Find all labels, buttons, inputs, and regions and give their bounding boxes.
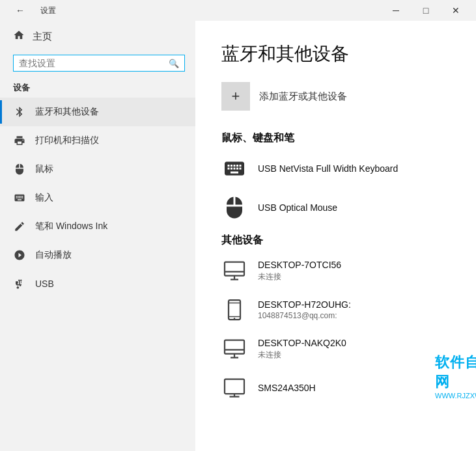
keyboard-device-icon [221,156,247,182]
device-row-desktop3: DESKTOP-NAKQ2K0 未连接 [221,336,450,362]
sidebar-item-pen[interactable]: 笔和 Windows Ink [0,212,195,241]
desktop1-icon [221,258,247,284]
desktop1-name: DESKTOP-7OTCI56 [258,260,341,270]
sidebar-item-usb-label: USB [35,279,54,289]
sidebar-item-mouse[interactable]: 鼠标 [0,155,195,184]
sidebar-item-autoplay-label: 自动播放 [35,249,72,261]
autoplay-icon [13,249,26,261]
plus-icon: + [232,88,240,105]
desktop3-name: DESKTOP-NAKQ2K0 [258,338,346,348]
desktop3-icon [221,336,247,362]
main-layout: 主页 🔍 设备 蓝牙和其他设备 打印机和扫描仪 [0,21,476,451]
add-device-button[interactable]: + 添加蓝牙或其他设备 [221,82,347,111]
desktop2-status: 1048874513@qq.com: [258,311,351,320]
pen-icon [13,221,26,232]
device-row-mouse: USB Optical Mouse [221,195,450,221]
device-row-desktop1: DESKTOP-7OTCI56 未连接 [221,258,450,284]
page-title: 蓝牙和其他设备 [221,42,450,66]
mouse-icon [13,163,26,175]
back-button[interactable]: ← [5,0,35,21]
keyboard-icon [13,192,26,204]
sms-info: SMS24A350H [258,383,316,393]
desktop1-info: DESKTOP-7OTCI56 未连接 [258,260,341,282]
desktop2-name: DESKTOP-H72OUHG: [258,299,351,310]
close-button[interactable]: ✕ [441,0,471,21]
sidebar-item-pen-label: 笔和 Windows Ink [35,221,107,232]
search-box[interactable]: 🔍 [13,55,185,72]
section-other-devices: 其他设备 [221,234,450,247]
device-row-desktop2: DESKTOP-H72OUHG: 1048874513@qq.com: [221,297,450,323]
sidebar-item-usb[interactable]: USB [0,269,195,298]
sidebar-item-mouse-label: 鼠标 [35,163,53,175]
sidebar-item-printer[interactable]: 打印机和扫描仪 [0,126,195,155]
home-icon [13,29,25,44]
sidebar-item-printer-label: 打印机和扫描仪 [35,135,99,146]
sidebar-item-bluetooth[interactable]: 蓝牙和其他设备 [0,98,195,126]
svg-rect-0 [225,262,244,276]
sidebar-home-label: 主页 [33,31,52,43]
usb-icon [13,278,26,290]
minimize-button[interactable]: ─ [381,0,411,21]
printer-icon [13,135,26,146]
device-row-keyboard: USB NetVista Full Width Keyboard [221,156,450,182]
keyboard-device-name: USB NetVista Full Width Keyboard [258,163,398,174]
sidebar-item-input-label: 输入 [35,192,53,204]
titlebar-left: ← 设置 [5,0,56,21]
sidebar-item-input[interactable]: 输入 [0,184,195,212]
desktop2-icon [221,297,247,323]
desktop3-info: DESKTOP-NAKQ2K0 未连接 [258,338,346,361]
titlebar-controls: ─ □ ✕ [381,0,471,21]
search-input[interactable] [19,58,169,68]
titlebar: ← 设置 ─ □ ✕ [0,0,476,21]
sidebar-item-bluetooth-label: 蓝牙和其他设备 [35,106,99,118]
mouse-device-icon [221,195,247,221]
add-device-label: 添加蓝牙或其他设备 [259,90,347,103]
titlebar-title: 设置 [40,5,56,16]
device-row-sms: SMS24A350H [221,375,450,401]
bluetooth-icon [13,106,26,118]
svg-rect-12 [225,379,244,394]
desktop1-status: 未连接 [258,271,341,282]
maximize-button[interactable]: □ [411,0,441,21]
add-device-icon: + [221,82,250,111]
mouse-device-name: USB Optical Mouse [258,202,337,213]
sidebar: 主页 🔍 设备 蓝牙和其他设备 打印机和扫描仪 [0,21,195,451]
sms-name: SMS24A350H [258,383,316,393]
content-area: 蓝牙和其他设备 + 添加蓝牙或其他设备 鼠标、键盘和笔 USB NetVista… [195,21,476,451]
sidebar-item-home[interactable]: 主页 [0,21,195,52]
sms-icon [221,375,247,401]
desktop3-status: 未连接 [258,349,346,361]
desktop2-info: DESKTOP-H72OUHG: 1048874513@qq.com: [258,299,351,320]
svg-point-7 [234,318,235,319]
sidebar-item-autoplay[interactable]: 自动播放 [0,241,195,269]
search-icon: 🔍 [169,59,179,68]
back-icon: ← [16,5,25,16]
section-mouse-keyboard: 鼠标、键盘和笔 [221,131,450,145]
svg-rect-8 [225,340,244,354]
sidebar-section-devices: 设备 [0,79,195,98]
